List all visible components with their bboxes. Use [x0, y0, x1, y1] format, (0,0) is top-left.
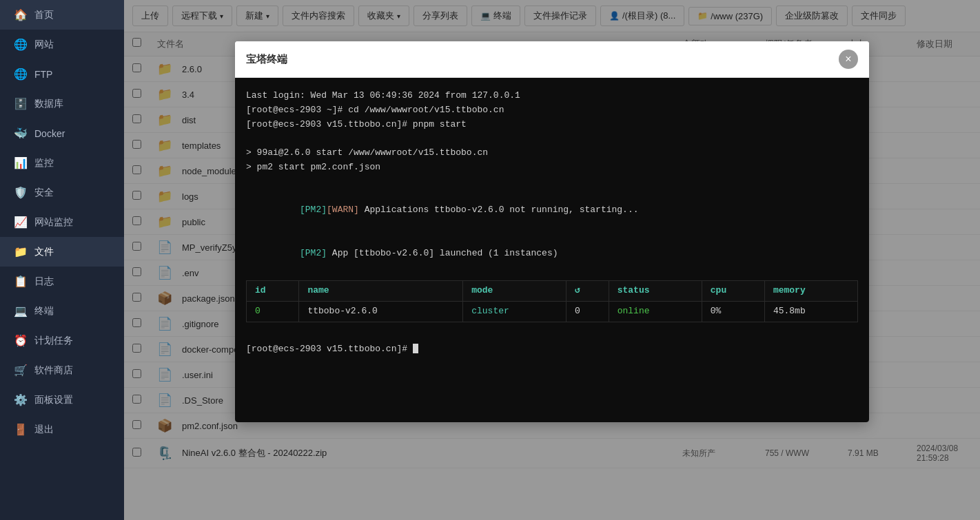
pm2-status: online — [609, 302, 702, 322]
term-info-line: [PM2] App [ttbobo-v2.6.0] launched (1 in… — [246, 232, 858, 275]
sidebar-item-settings[interactable]: ⚙️ 面板设置 — [0, 385, 124, 415]
term-line — [246, 132, 858, 146]
sidebar-item-tasks[interactable]: ⏰ 计划任务 — [0, 326, 124, 355]
monitor-icon: 📊 — [14, 156, 28, 169]
sidebar-label-site-monitor: 网站监控 — [34, 216, 73, 229]
settings-icon: ⚙️ — [14, 393, 28, 406]
sidebar-item-docker[interactable]: 🐳 Docker — [0, 118, 124, 148]
main-content: 上传 远程下载 ▾ 新建 ▾ 文件内容搜索 收藏夹 ▾ 分享列表 💻 终端 文件… — [124, 0, 980, 520]
database-icon: 🗄️ — [14, 97, 28, 110]
term-line: [root@ecs-2903 ~]# cd /www/wwwroot/v15.t… — [246, 103, 858, 118]
sidebar-label-monitor: 监控 — [34, 157, 54, 169]
sidebar-item-logs[interactable]: 📋 日志 — [0, 267, 124, 296]
site-monitor-icon: 📈 — [14, 216, 28, 229]
sidebar-label-security: 安全 — [34, 187, 54, 199]
pm2-status-table: id name mode ↺ status cpu memory 0 ttbob — [246, 280, 858, 322]
terminal-body[interactable]: Last login: Wed Mar 13 06:49:36 2024 fro… — [235, 78, 869, 422]
files-icon: 📁 — [14, 245, 28, 258]
sidebar-label-terminal: 终端 — [34, 305, 54, 318]
terminal-icon: 💻 — [14, 304, 28, 318]
ftp-icon: 🌐 — [14, 67, 28, 81]
sidebar-item-security[interactable]: 🛡️ 安全 — [0, 178, 124, 207]
pm2-name: ttbobo-v2.6.0 — [299, 302, 463, 322]
pm2-memory: 45.8mb — [764, 302, 857, 322]
term-warn-line: [PM2][WARN] Applications ttbobo-v2.6.0 n… — [246, 189, 858, 232]
term-line: > 99ai@2.6.0 start /www/wwwroot/v15.ttbo… — [246, 146, 858, 160]
logs-icon: 📋 — [14, 275, 28, 288]
pm2-col-status: status — [609, 281, 702, 302]
sidebar-label-logs: 日志 — [34, 275, 54, 288]
pm2-col-cpu: cpu — [702, 281, 764, 302]
sidebar-item-home[interactable]: 🏠 首页 — [0, 0, 124, 30]
modal-close-button[interactable]: × — [839, 50, 858, 69]
terminal-modal-overlay: 宝塔终端 × Last login: Wed Mar 13 06:49:36 2… — [124, 0, 980, 520]
pm2-restart: 0 — [566, 302, 609, 322]
term-line: > pm2 start pm2.conf.json — [246, 160, 858, 175]
term-line: Last login: Wed Mar 13 06:49:36 2024 fro… — [246, 89, 858, 103]
sidebar-item-logout[interactable]: 🚪 退出 — [0, 415, 124, 444]
pm2-cpu: 0% — [702, 302, 764, 322]
sidebar-label-ftp: FTP — [34, 69, 52, 80]
docker-icon: 🐳 — [14, 127, 28, 140]
pm2-row: 0 ttbobo-v2.6.0 cluster 0 online 0% 45.8… — [247, 302, 858, 322]
pm2-col-restart: ↺ — [566, 281, 609, 302]
modal-title: 宝塔终端 — [246, 53, 287, 66]
sidebar-label-logout: 退出 — [34, 424, 54, 436]
term-line — [246, 328, 858, 342]
terminal-modal: 宝塔终端 × Last login: Wed Mar 13 06:49:36 2… — [235, 41, 869, 422]
sidebar-label-home: 首页 — [34, 9, 54, 21]
sidebar-label-database: 数据库 — [34, 98, 63, 110]
sidebar-item-database[interactable]: 🗄️ 数据库 — [0, 89, 124, 118]
logout-icon: 🚪 — [14, 423, 28, 436]
term-prompt-line: [root@ecs-2903 v15.ttbobo.cn]# — [246, 342, 858, 357]
sidebar-item-files[interactable]: 📁 文件 — [0, 237, 124, 267]
sidebar-label-settings: 面板设置 — [34, 394, 73, 406]
pm2-col-memory: memory — [764, 281, 857, 302]
pm2-mode: cluster — [463, 302, 566, 322]
appstore-icon: 🛒 — [14, 364, 28, 377]
pm2-col-mode: mode — [463, 281, 566, 302]
term-line — [246, 175, 858, 189]
sidebar-item-terminal[interactable]: 💻 终端 — [0, 296, 124, 326]
sidebar-label-website: 网站 — [34, 39, 54, 51]
pm2-id: 0 — [247, 302, 299, 322]
sidebar: 🏠 首页 🌐 网站 🌐 FTP 🗄️ 数据库 🐳 Docker 📊 监控 🛡️ … — [0, 0, 124, 520]
sidebar-item-ftp[interactable]: 🌐 FTP — [0, 59, 124, 89]
security-icon: 🛡️ — [14, 186, 28, 199]
home-icon: 🏠 — [14, 8, 28, 21]
sidebar-item-website[interactable]: 🌐 网站 — [0, 30, 124, 59]
sidebar-item-appstore[interactable]: 🛒 软件商店 — [0, 355, 124, 385]
term-line: [root@ecs-2903 v15.ttbobo.cn]# pnpm star… — [246, 118, 858, 132]
pm2-col-id: id — [247, 281, 299, 302]
modal-header: 宝塔终端 × — [235, 41, 869, 78]
sidebar-label-tasks: 计划任务 — [34, 335, 73, 347]
tasks-icon: ⏰ — [14, 334, 28, 347]
sidebar-label-docker: Docker — [34, 128, 65, 139]
sidebar-item-site-monitor[interactable]: 📈 网站监控 — [0, 207, 124, 237]
sidebar-label-files: 文件 — [34, 246, 54, 258]
pm2-col-name: name — [299, 281, 463, 302]
sidebar-item-monitor[interactable]: 📊 监控 — [0, 148, 124, 178]
website-icon: 🌐 — [14, 38, 28, 51]
sidebar-label-appstore: 软件商店 — [34, 364, 73, 377]
